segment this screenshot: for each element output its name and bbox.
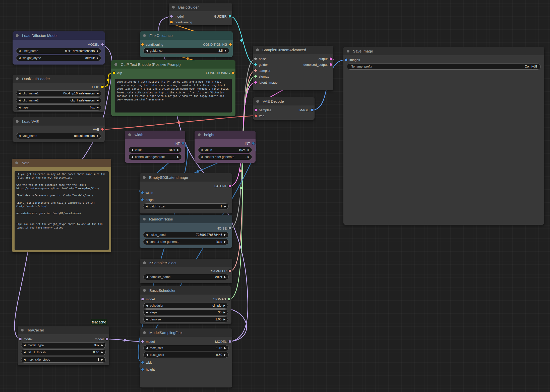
images-input-slot[interactable] <box>345 59 347 61</box>
node-width[interactable]: widthINT◀value1024▶◀control after genera… <box>125 131 185 163</box>
widget-sampler-name[interactable]: ◀sampler_nameeuler▶ <box>143 274 229 280</box>
increment-arrow-icon[interactable]: ▶ <box>248 149 250 151</box>
node-loadvae[interactable]: Load VAEVAE◀vae_nameae.safetensors▶ <box>13 117 105 142</box>
node-titlebar[interactable]: Save Image <box>343 47 544 55</box>
model-input-slot[interactable] <box>19 338 22 340</box>
widget-noise-seed[interactable]: ◀noise_seed725991276578445▶ <box>143 232 229 238</box>
decrement-arrow-icon[interactable]: ◀ <box>146 304 148 307</box>
increment-arrow-icon[interactable]: ▶ <box>101 351 103 354</box>
VAE-output-slot[interactable] <box>101 128 104 131</box>
node-emptylatent[interactable]: EmptySD3LatentImagewidthheightLATENT◀bat… <box>140 173 232 213</box>
increment-arrow-icon[interactable]: ▶ <box>223 311 225 314</box>
collapse-dot-icon[interactable] <box>16 120 19 123</box>
node-dualclip[interactable]: DualCLIPLoaderCLIP◀clip_name1t5xxl_fp16.… <box>13 75 105 112</box>
decrement-arrow-icon[interactable]: ◀ <box>19 135 21 137</box>
node-titlebar[interactable]: CLIP Text Encode (Positive Prompt) <box>111 60 235 69</box>
collapse-dot-icon[interactable] <box>16 34 19 37</box>
widget-model-type[interactable]: ◀model_typeflux▶ <box>21 342 106 348</box>
node-basicguider[interactable]: BasicGuidermodelconditioningGUIDER <box>169 3 232 25</box>
increment-arrow-icon[interactable]: ▶ <box>224 241 226 243</box>
SAMPLER-output-slot[interactable] <box>229 270 231 272</box>
node-titlebar[interactable]: VAE Decode <box>253 97 315 105</box>
collapse-dot-icon[interactable] <box>114 63 117 66</box>
INT-output-slot[interactable] <box>252 142 255 145</box>
widget-value[interactable]: ◀value1024▶ <box>129 147 182 153</box>
node-clipencode[interactable]: CLIP Text Encode (Positive Prompt)clipCO… <box>111 60 235 116</box>
increment-arrow-icon[interactable]: ▶ <box>225 49 227 52</box>
node-titlebar[interactable]: height <box>195 131 256 139</box>
increment-arrow-icon[interactable]: ▶ <box>223 304 225 307</box>
node-randomnoise[interactable]: RandomNoiseNOISE◀noise_seed7259912765784… <box>140 215 232 248</box>
vae-input-slot[interactable] <box>255 115 257 117</box>
widget-max-shift[interactable]: ◀max_shift1.15▶ <box>143 345 229 351</box>
node-note[interactable]: NoteIf you get an error in any of the no… <box>12 159 111 252</box>
CONDITIONING-output-slot[interactable] <box>229 43 232 46</box>
widget-max-skip-steps[interactable]: ◀max_skip_steps3▶ <box>21 357 106 363</box>
width-input-slot[interactable] <box>141 361 144 364</box>
collapse-dot-icon[interactable] <box>198 133 201 136</box>
decrement-arrow-icon[interactable]: ◀ <box>131 149 133 151</box>
model-input-slot[interactable] <box>141 298 144 300</box>
increment-arrow-icon[interactable]: ▶ <box>97 135 99 137</box>
collapse-dot-icon[interactable] <box>143 289 146 292</box>
widget-scheduler[interactable]: ◀schedulersimple▶ <box>143 303 228 309</box>
decrement-arrow-icon[interactable]: ◀ <box>24 358 26 361</box>
widget-base-shift[interactable]: ◀base_shift0.50▶ <box>143 352 229 358</box>
width-input-slot[interactable] <box>141 191 144 194</box>
decrement-arrow-icon[interactable]: ◀ <box>24 351 26 354</box>
node-titlebar[interactable]: Load Diffusion Model <box>13 31 105 40</box>
node-fluxguidance[interactable]: FluxGuidanceconditioningCONDITIONING◀gui… <box>140 31 233 57</box>
node-titlebar[interactable]: EmptySD3LatentImage <box>140 173 232 182</box>
node-titlebar[interactable]: RandomNoise <box>140 215 232 223</box>
decrement-arrow-icon[interactable]: ◀ <box>146 276 148 278</box>
collapse-dot-icon[interactable] <box>256 100 259 103</box>
decrement-arrow-icon[interactable]: ◀ <box>146 311 148 314</box>
clip-input-slot[interactable] <box>113 72 115 74</box>
node-titlebar[interactable]: Note <box>12 159 111 167</box>
decrement-arrow-icon[interactable]: ◀ <box>146 347 148 349</box>
node-titlebar[interactable]: ModelSamplingFlux <box>140 328 232 337</box>
decrement-arrow-icon[interactable]: ◀ <box>146 318 148 321</box>
CLIP-output-slot[interactable] <box>101 86 104 88</box>
increment-arrow-icon[interactable]: ▶ <box>97 92 99 95</box>
increment-arrow-icon[interactable]: ▶ <box>177 149 179 151</box>
node-graph-canvas[interactable]: BasicGuidermodelconditioningGUIDERLoad D… <box>0 0 550 392</box>
decrement-arrow-icon[interactable]: ◀ <box>19 106 21 109</box>
sampler-input-slot[interactable] <box>254 69 257 72</box>
collapse-dot-icon[interactable] <box>172 6 175 9</box>
collapse-dot-icon[interactable] <box>16 77 19 80</box>
decrement-arrow-icon[interactable]: ◀ <box>19 57 21 59</box>
decrement-arrow-icon[interactable]: ◀ <box>146 205 148 208</box>
decrement-arrow-icon[interactable]: ◀ <box>146 234 148 236</box>
node-saveimage[interactable]: Save Imageimagesfilename_prefixComfyUI <box>343 47 544 225</box>
node-titlebar[interactable]: BasicGuider <box>169 3 232 11</box>
widget-value[interactable]: ◀value1024▶ <box>198 147 252 153</box>
widget-guidance[interactable]: ◀guidance3.5▶ <box>143 48 229 54</box>
LATENT-output-slot[interactable] <box>229 185 231 187</box>
decrement-arrow-icon[interactable]: ◀ <box>131 156 133 158</box>
widget-filename-prefix[interactable]: filename_prefixComfyUI <box>347 64 541 70</box>
NOISE-output-slot[interactable] <box>229 227 231 230</box>
output-output-slot[interactable] <box>330 58 332 60</box>
collapse-dot-icon[interactable] <box>128 133 131 136</box>
node-modelsamplingflux[interactable]: ModelSamplingFluxmodelwidthheightMODEL◀m… <box>140 328 232 387</box>
collapse-dot-icon[interactable] <box>143 331 146 334</box>
node-titlebar[interactable]: width <box>125 131 185 139</box>
MODEL-output-slot[interactable] <box>101 43 104 46</box>
node-samplercustom[interactable]: SamplerCustomAdvancednoiseguidersamplers… <box>253 46 333 90</box>
widget-batch-size[interactable]: ◀batch_size1▶ <box>143 203 229 209</box>
decrement-arrow-icon[interactable]: ◀ <box>201 149 203 151</box>
node-ksamplerselect[interactable]: KSamplerSelectSAMPLER◀sampler_nameeuler▶ <box>140 259 232 283</box>
decrement-arrow-icon[interactable]: ◀ <box>146 49 148 52</box>
node-loaddiffusion[interactable]: Load Diffusion ModelMODEL◀unet_nameflux1… <box>13 31 105 65</box>
widget-control-after-generate[interactable]: ◀control after generatefixed▶ <box>143 239 229 245</box>
increment-arrow-icon[interactable]: ▶ <box>101 344 103 347</box>
node-titlebar[interactable]: FluxGuidance <box>140 31 233 40</box>
guider-input-slot[interactable] <box>254 63 257 66</box>
decrement-arrow-icon[interactable]: ◀ <box>24 344 26 347</box>
node-titlebar[interactable]: DualCLIPLoader <box>13 75 105 83</box>
widget-clip-name2[interactable]: ◀clip_name2clip_l.safetensors▶ <box>16 97 101 103</box>
decrement-arrow-icon[interactable]: ◀ <box>19 50 21 52</box>
INT-output-slot[interactable] <box>182 142 184 145</box>
decrement-arrow-icon[interactable]: ◀ <box>201 156 203 158</box>
